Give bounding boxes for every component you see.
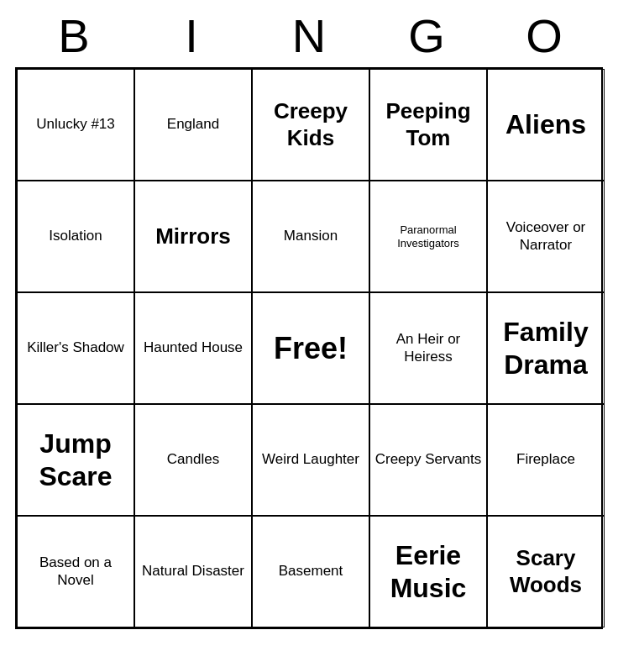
bingo-cell-7: Mansion — [252, 181, 369, 292]
bingo-cell-4: Aliens — [487, 69, 605, 181]
bingo-cell-8: Paranormal Investigators — [369, 181, 487, 292]
bingo-header: BINGO — [15, 0, 603, 67]
bingo-cell-12: Free! — [252, 292, 369, 404]
header-letter-n: N — [259, 8, 359, 63]
bingo-cell-17: Weird Laughter — [252, 404, 369, 516]
bingo-cell-6: Mirrors — [134, 181, 252, 292]
bingo-cell-20: Based on a Novel — [17, 516, 134, 627]
bingo-cell-3: Peeping Tom — [369, 69, 487, 181]
bingo-cell-10: Killer's Shadow — [17, 292, 134, 404]
bingo-cell-5: Isolation — [17, 181, 134, 292]
bingo-cell-13: An Heir or Heiress — [369, 292, 487, 404]
header-letter-o: O — [494, 8, 594, 63]
bingo-cell-9: Voiceover or Narrator — [487, 181, 605, 292]
bingo-cell-19: Fireplace — [487, 404, 605, 516]
bingo-cell-1: England — [134, 69, 252, 181]
bingo-cell-23: Eerie Music — [369, 516, 487, 627]
bingo-cell-21: Natural Disaster — [134, 516, 252, 627]
bingo-cell-24: Scary Woods — [487, 516, 605, 627]
header-letter-g: G — [376, 8, 477, 63]
bingo-cell-16: Candles — [134, 404, 252, 516]
header-letter-i: I — [141, 8, 242, 63]
bingo-cell-15: Jump Scare — [17, 404, 134, 516]
bingo-cell-0: Unlucky #13 — [17, 69, 134, 181]
bingo-cell-14: Family Drama — [487, 292, 605, 404]
bingo-cell-11: Haunted House — [134, 292, 252, 404]
bingo-grid: Unlucky #13EnglandCreepy KidsPeeping Tom… — [15, 67, 603, 629]
bingo-cell-18: Creepy Servants — [369, 404, 487, 516]
bingo-cell-2: Creepy Kids — [252, 69, 369, 181]
header-letter-b: B — [24, 8, 124, 63]
bingo-cell-22: Basement — [252, 516, 369, 627]
